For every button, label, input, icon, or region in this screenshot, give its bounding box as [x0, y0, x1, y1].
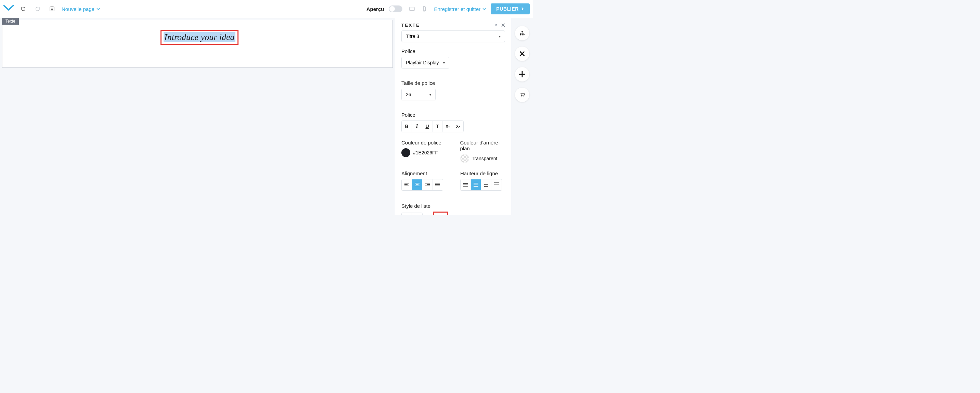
chevron-right-icon	[521, 7, 524, 11]
save-button[interactable]	[47, 4, 57, 14]
svg-point-19	[521, 97, 522, 97]
heading-select[interactable]: Titre 3 ▾	[401, 30, 505, 42]
align-row: Alignement Hauteur de ligne	[401, 169, 505, 197]
list-style-group: 123	[401, 213, 423, 215]
preview-label: Aperçu	[366, 6, 384, 12]
lineheight-normal-button[interactable]	[471, 180, 481, 190]
mobile-icon[interactable]	[420, 4, 429, 14]
page-dropdown-label: Nouvelle page	[62, 6, 94, 12]
svg-point-17	[522, 34, 523, 36]
toolbar-right: Aperçu Enregistrer et quitter PUBLIER	[366, 3, 530, 14]
fontsize-label: Taille de police	[401, 80, 505, 86]
fontsize-value: 26	[406, 92, 411, 97]
fontstyle-label: Police	[401, 112, 505, 118]
font-color-value: #1E2026FF	[413, 150, 438, 156]
app-logo[interactable]	[3, 5, 14, 13]
pin-icon[interactable]	[494, 23, 498, 27]
bullet-list-button[interactable]	[402, 213, 412, 215]
svg-rect-1	[51, 7, 53, 8]
cart-button[interactable]	[515, 88, 529, 102]
svg-point-20	[523, 97, 524, 97]
color-row: Couleur de police #1E2026FF Couleur d'ar…	[401, 138, 505, 163]
preview-toggle[interactable]	[389, 5, 402, 12]
editable-text[interactable]: Introduce your idea	[164, 32, 235, 42]
lineheight-xloose-button[interactable]	[492, 180, 502, 190]
save-exit-label: Enregistrer et quitter	[434, 6, 480, 12]
svg-point-2	[51, 9, 53, 10]
font-value: Playfair Display	[406, 60, 439, 65]
selected-element-tag[interactable]: Texte	[2, 18, 19, 25]
heading-value: Titre 3	[406, 33, 419, 39]
svg-rect-3	[410, 7, 415, 10]
structure-button[interactable]	[515, 26, 529, 40]
fontcolor-label: Couleur de police	[401, 140, 447, 145]
bg-color-picker[interactable]: Transparent	[460, 154, 505, 163]
save-and-exit[interactable]: Enregistrer et quitter	[434, 6, 486, 12]
close-icon[interactable]	[501, 23, 505, 27]
redo-button[interactable]	[33, 4, 43, 14]
svg-point-16	[520, 34, 521, 36]
text-section-frame[interactable]: Introduce your idea	[2, 20, 393, 68]
svg-point-5	[424, 10, 425, 11]
panel-header: TEXTE	[401, 22, 505, 28]
panel-title: TEXTE	[401, 22, 420, 28]
underline-button[interactable]: U	[422, 121, 433, 132]
font-select[interactable]: Playfair Display ▾	[401, 57, 449, 68]
align-left-button[interactable]	[402, 180, 412, 190]
right-vertical-toolbar	[511, 18, 533, 215]
superscript-button[interactable]: Xx	[453, 121, 463, 132]
selected-text-block[interactable]: Introduce your idea	[161, 30, 239, 45]
main-area: Texte Introduce your idea TEXTE Titre 3 …	[0, 18, 533, 215]
properties-panel: TEXTE Titre 3 ▾ Police Playfair Display …	[395, 18, 511, 215]
align-label: Alignement	[401, 170, 443, 176]
align-group	[401, 179, 443, 191]
bold-button[interactable]: B	[402, 121, 412, 132]
top-toolbar: Nouvelle page Aperçu Enregistrer et quit…	[0, 0, 533, 18]
strikethrough-button[interactable]: T	[433, 121, 443, 132]
lineheight-loose-button[interactable]	[481, 180, 492, 190]
align-center-button[interactable]	[412, 180, 422, 190]
chevron-down-icon: ▾	[499, 35, 501, 38]
toolbar-left: Nouvelle page	[3, 4, 100, 14]
lineheight-tight-button[interactable]	[461, 180, 471, 190]
chevron-down-icon	[97, 7, 100, 11]
bgcolor-label: Couleur d'arrière-plan	[460, 140, 505, 151]
bg-color-value: Transparent	[472, 156, 498, 161]
liststyle-label: Style de liste	[401, 203, 505, 209]
font-color-picker[interactable]: #1E2026FF	[401, 148, 447, 157]
italic-button[interactable]: I	[412, 121, 422, 132]
align-right-button[interactable]	[422, 180, 433, 190]
unlink-button[interactable]	[454, 215, 461, 215]
chevron-down-icon: ▾	[430, 93, 431, 97]
undo-button[interactable]	[19, 4, 28, 14]
close-panel-button[interactable]	[515, 46, 529, 61]
chevron-down-icon	[482, 7, 486, 11]
lineheight-label: Hauteur de ligne	[460, 170, 502, 176]
svg-point-15	[522, 31, 523, 32]
device-switcher	[407, 4, 429, 14]
add-element-button[interactable]	[515, 67, 529, 81]
desktop-icon[interactable]	[407, 4, 417, 14]
publish-label: PUBLIER	[496, 6, 519, 12]
font-label: Police	[401, 48, 505, 54]
numbered-list-button[interactable]: 123	[412, 213, 422, 215]
chevron-down-icon: ▾	[443, 61, 445, 65]
emoji-button[interactable]	[467, 215, 474, 215]
fontsize-select[interactable]: 26 ▾	[401, 89, 436, 100]
page-dropdown[interactable]: Nouvelle page	[62, 6, 100, 12]
insert-link-button[interactable]	[433, 212, 448, 215]
svg-point-18	[523, 34, 525, 36]
publish-button[interactable]: PUBLIER	[491, 3, 530, 14]
subscript-button[interactable]: Xx	[443, 121, 453, 132]
font-style-group: B I U T Xx Xx	[401, 121, 464, 132]
color-swatch-transparent	[460, 154, 469, 163]
canvas: Texte Introduce your idea	[0, 18, 395, 215]
align-justify-button[interactable]	[433, 180, 443, 190]
lineheight-group	[460, 179, 502, 191]
color-swatch-dark	[401, 148, 410, 157]
